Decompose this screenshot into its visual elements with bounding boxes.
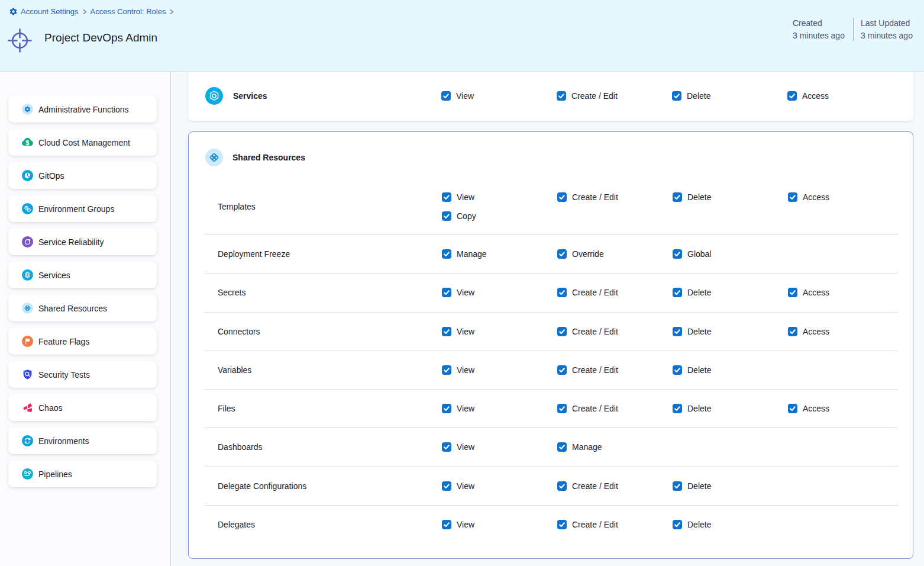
svg-text:$: $ xyxy=(25,139,30,146)
